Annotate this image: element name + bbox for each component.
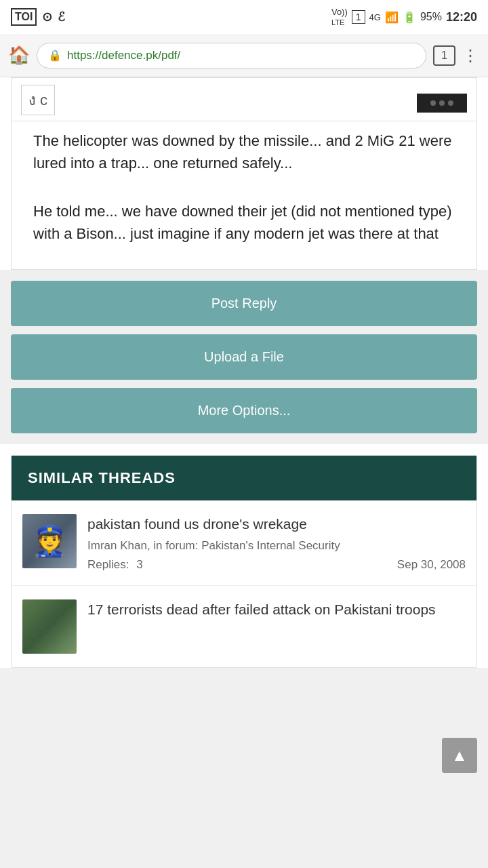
post-paragraph-2: He told me... we have downed their jet (… [22, 197, 466, 256]
circle-icon: ⊙ [42, 9, 52, 24]
avatar-image-2 [22, 599, 77, 654]
thread-item-2[interactable]: 17 terrorists dead after failed attack o… [12, 586, 476, 667]
status-bar: TOI ⊙ ℰ Vo))LTE 1 4G 📶 🔋 95% 12:20 [0, 0, 488, 34]
post-body: The helicopter was downed by the missile… [11, 121, 477, 270]
post-menu-overlay[interactable] [417, 94, 467, 113]
similar-threads-header: SIMILAR THREADS [12, 456, 476, 500]
thread-forum-1: Pakistan's Internal Security [201, 539, 340, 552]
upload-file-button[interactable]: Upload a File [11, 334, 477, 380]
more-options-button[interactable]: More Options... [11, 388, 477, 433]
battery-icon: 🔋 [403, 11, 416, 24]
signal-bars: 📶 [385, 11, 399, 24]
browser-bar: 🏠 🔒 https://defence.pk/pdf/ 1 ⋮ [0, 34, 488, 77]
network-type: 4G [369, 12, 381, 22]
time-display: 12:20 [446, 10, 477, 24]
sim-slot: 1 [352, 10, 365, 24]
thread-content-2: 17 terrorists dead after failed attack o… [87, 599, 466, 623]
thread-title-2[interactable]: 17 terrorists dead after failed attack o… [87, 599, 466, 619]
avatar-image-1: 👮 [22, 514, 77, 568]
thread-avatar-1: 👮 [22, 514, 77, 568]
post-reply-button[interactable]: Post Reply [11, 281, 477, 326]
similar-threads-title: SIMILAR THREADS [28, 469, 176, 486]
thread-title-1[interactable]: pakistan found us drone's wrekage [87, 514, 466, 534]
action-buttons-section: Post Reply Upload a File More Options... [0, 270, 488, 444]
menu-dot-3 [448, 100, 453, 106]
thread-footer-1: Replies: 3 Sep 30, 2008 [87, 558, 466, 572]
e-icon: ℰ [58, 9, 65, 24]
toi-icon: TOI [11, 8, 37, 26]
url-text: https://defence.pk/pdf/ [67, 49, 180, 62]
thread-content-1: pakistan found us drone's wrekage Imran … [87, 514, 466, 572]
chevron-up-icon: ▲ [451, 746, 468, 765]
menu-dot-1 [430, 100, 436, 106]
thread-item[interactable]: 👮 pakistan found us drone's wrekage Imra… [12, 500, 476, 586]
scroll-to-top-button[interactable]: ▲ [442, 738, 477, 773]
home-button[interactable]: 🏠 [8, 45, 30, 66]
thread-date-1: Sep 30, 2008 [397, 558, 466, 572]
post-paragraph-1: The helicopter was downed by the missile… [22, 127, 466, 185]
status-left-icons: TOI ⊙ ℰ [11, 8, 65, 26]
content-area: ง c The helicopter was downed by the mis… [0, 77, 488, 668]
battery-percent: 95% [420, 11, 442, 23]
thread-meta-1: Imran Khan, in forum: Pakistan's Interna… [87, 538, 466, 554]
similar-threads-section: SIMILAR THREADS 👮 pakistan found us dron… [11, 455, 477, 668]
thread-author-1: Imran Khan [87, 539, 147, 552]
status-right-info: Vo))LTE 1 4G 📶 🔋 95% 12:20 [331, 7, 477, 27]
tab-count-button[interactable]: 1 [433, 45, 455, 66]
browser-menu-button[interactable]: ⋮ [462, 46, 480, 65]
menu-dot-2 [439, 100, 445, 106]
lock-icon: 🔒 [48, 49, 62, 62]
signal-icon: Vo))LTE [331, 7, 348, 27]
thread-replies-1: Replies: 3 [87, 558, 143, 572]
thread-avatar-2 [22, 599, 77, 654]
avatar-person-icon: 👮 [31, 524, 68, 559]
url-bar[interactable]: 🔒 https://defence.pk/pdf/ [37, 43, 426, 68]
post-tag: ง c [21, 85, 55, 115]
